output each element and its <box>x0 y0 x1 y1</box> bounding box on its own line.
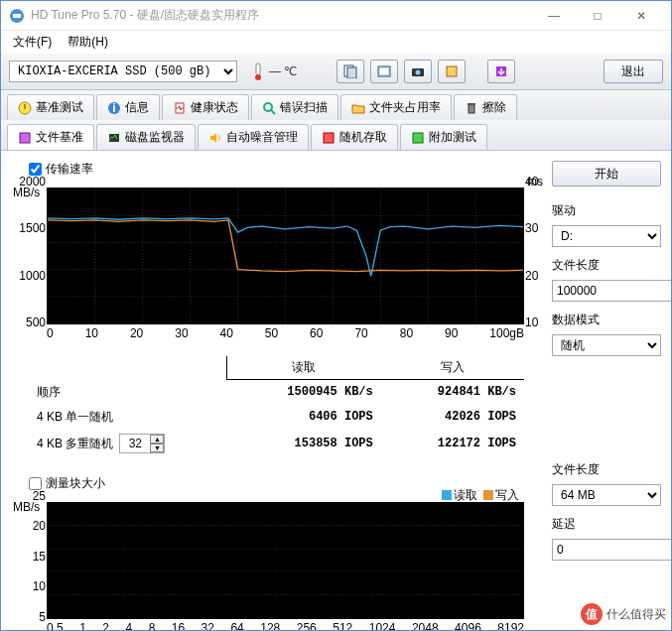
svg-rect-13 <box>24 104 26 109</box>
svg-rect-24 <box>413 133 423 143</box>
tab-benchmark[interactable]: 基准测试 <box>7 94 94 120</box>
drive-dropdown[interactable]: D: <box>552 225 661 247</box>
copy-screenshot-button[interactable] <box>370 60 398 83</box>
chart2-x-axis: 0.512481632641282565121024204840968192 <box>47 621 524 632</box>
svg-rect-23 <box>324 133 334 143</box>
menu-file[interactable]: 文件(F) <box>5 32 60 53</box>
thermometer-icon <box>251 62 265 81</box>
transfer-rate-label: 传输速率 <box>46 161 93 178</box>
watermark-logo: 值 <box>581 603 603 625</box>
tabs-row-2: 文件基准磁盘监视器自动噪音管理随机存取附加测试 <box>1 120 671 150</box>
titlebar: HD Tune Pro 5.70 - 硬盘/固态硬盘实用程序 — □ ✕ <box>1 1 671 31</box>
col-write: 写入 <box>381 356 524 380</box>
delay-label: 延迟 <box>552 516 661 533</box>
blocksize-chart: 252015105 读取 写入 <box>47 502 524 619</box>
tab-file-bench[interactable]: 文件基准 <box>7 124 94 150</box>
content: 传输速率 MB/s 200015001000500 40302010 ms 01… <box>1 150 671 631</box>
svg-rect-10 <box>447 66 457 76</box>
filelen-label: 文件长度 <box>552 257 661 274</box>
tab-health[interactable]: 健康状态 <box>162 94 249 120</box>
main-column: 传输速率 MB/s 200015001000500 40302010 ms 01… <box>11 159 542 631</box>
multi-random-spin[interactable]: ▲▼ <box>119 434 165 453</box>
side-panel: 开始 驱动 D: 文件长度 ▲▼ MB 数据模式 随机 文件长度 64 MB 延… <box>552 159 661 631</box>
extra-icon <box>411 131 425 145</box>
transfer-rate-head: 传输速率 <box>29 161 542 178</box>
minimize-button[interactable]: — <box>532 2 576 30</box>
watermark-text: 什么值得买 <box>606 606 666 623</box>
info-icon: i <box>107 101 121 115</box>
tab-extra[interactable]: 附加测试 <box>400 124 487 150</box>
datamode-label: 数据模式 <box>552 312 661 328</box>
result-row: 4 KB 单一随机6406 IOPS42026 IOPS <box>29 405 524 430</box>
tabs-row-1: 基准测试i信息健康状态错误扫描文件夹占用率擦除 <box>1 90 671 120</box>
folder-icon <box>351 101 365 115</box>
exit-button[interactable]: 退出 <box>604 60 663 83</box>
aam-icon <box>208 131 222 145</box>
drive-select[interactable]: KIOXIA-EXCERIA SSD (500 gB) <box>9 61 237 82</box>
close-button[interactable]: ✕ <box>619 2 663 30</box>
chart1-x-axis: 0102030405060708090100gB <box>47 326 524 340</box>
save-button[interactable] <box>487 60 515 83</box>
maximize-button[interactable]: □ <box>576 2 619 30</box>
health-icon <box>173 101 187 115</box>
start-button[interactable]: 开始 <box>552 161 661 187</box>
svg-point-3 <box>255 74 261 80</box>
results-table: 读取 写入 顺序1500945 KB/s924841 KB/s4 KB 单一随机… <box>29 356 524 457</box>
copy-info-button[interactable] <box>336 60 364 83</box>
datamode-dropdown[interactable]: 随机 <box>552 334 661 356</box>
svg-rect-5 <box>347 67 356 78</box>
svg-rect-7 <box>380 68 388 74</box>
benchmark-icon <box>18 101 32 115</box>
options-button[interactable] <box>438 60 466 83</box>
tab-disk-monitor[interactable]: 磁盘监视器 <box>96 124 196 150</box>
tab-aam[interactable]: 自动噪音管理 <box>198 124 309 150</box>
tab-folder[interactable]: 文件夹占用率 <box>340 94 452 120</box>
erase-icon <box>465 101 478 115</box>
svg-point-17 <box>264 103 272 111</box>
menu-help[interactable]: 帮助(H) <box>60 32 116 53</box>
result-row: 顺序1500945 KB/s924841 KB/s <box>29 380 524 405</box>
tab-erase[interactable]: 擦除 <box>454 94 517 120</box>
toolbar: KIOXIA-EXCERIA SSD (500 gB) — ℃ 退出 <box>1 53 671 90</box>
delay-input[interactable] <box>552 539 672 561</box>
result-row: 4 KB 多重随机▲▼153858 IOPS122172 IOPS <box>29 430 524 457</box>
tab-random[interactable]: 随机存取 <box>311 124 398 150</box>
chart1-yunit-right: ms <box>527 175 543 189</box>
filelen2-dropdown[interactable]: 64 MB <box>552 484 661 506</box>
filelen-input[interactable] <box>552 280 672 302</box>
filelen2-label: 文件长度 <box>552 461 661 478</box>
svg-rect-2 <box>256 63 260 75</box>
tab-info[interactable]: i信息 <box>96 94 160 120</box>
screenshot-button[interactable] <box>404 60 432 83</box>
menubar: 文件(F) 帮助(H) <box>1 31 671 53</box>
svg-rect-19 <box>469 104 474 113</box>
drive-label: 驱动 <box>552 202 661 219</box>
disk-monitor-icon <box>107 131 121 145</box>
svg-line-18 <box>271 110 275 114</box>
window-title: HD Tune Pro 5.70 - 硬盘/固态硬盘实用程序 <box>31 7 532 24</box>
app-icon <box>9 8 25 24</box>
svg-point-9 <box>416 70 421 75</box>
svg-text:i: i <box>112 101 115 115</box>
col-read: 读取 <box>227 356 381 380</box>
tab-errorscan[interactable]: 错误扫描 <box>251 94 338 120</box>
svg-rect-20 <box>468 103 475 105</box>
watermark: 值 什么值得买 <box>581 603 666 625</box>
random-icon <box>322 131 336 145</box>
chart2-legend: 读取 写入 <box>442 487 519 504</box>
temperature-display: — ℃ <box>243 62 305 81</box>
blocksize-label: 测量块大小 <box>46 475 105 492</box>
svg-rect-21 <box>20 133 30 143</box>
errorscan-icon <box>262 101 276 115</box>
transfer-rate-chart: 200015001000500 40302010 ms <box>47 188 524 324</box>
svg-rect-1 <box>13 14 21 18</box>
file-bench-icon <box>18 131 32 145</box>
